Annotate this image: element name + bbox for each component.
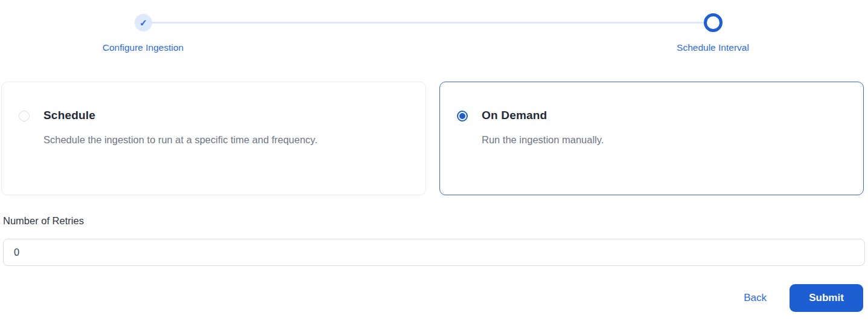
option-title-on-demand: On Demand (482, 109, 604, 122)
option-description-schedule: Schedule the ingestion to run at a speci… (43, 131, 318, 149)
option-title-schedule: Schedule (43, 109, 318, 122)
option-card-schedule[interactable]: Schedule Schedule the ingestion to run a… (1, 82, 426, 195)
radio-schedule[interactable] (19, 111, 30, 122)
number-of-retries-input[interactable] (3, 239, 865, 266)
option-description-on-demand: Run the ingestion manually. (482, 131, 604, 149)
radio-on-demand[interactable] (457, 111, 468, 122)
stepper-step-configure-ingestion[interactable]: Configure Ingestion (77, 42, 209, 53)
step-active-circle-icon[interactable] (704, 13, 723, 32)
number-of-retries-label: Number of Retries (3, 215, 84, 227)
check-icon: ✓ (139, 18, 147, 28)
stepper-step-schedule-interval[interactable]: Schedule Interval (646, 42, 779, 53)
step-completed-check-icon[interactable]: ✓ (135, 14, 152, 31)
option-card-on-demand[interactable]: On Demand Run the ingestion manually. (439, 82, 864, 195)
back-button[interactable]: Back (744, 292, 767, 304)
option-card-schedule-content: Schedule Schedule the ingestion to run a… (43, 109, 318, 195)
option-card-on-demand-content: On Demand Run the ingestion manually. (482, 109, 604, 195)
submit-button[interactable]: Submit (790, 284, 863, 312)
footer-actions: Back Submit (744, 284, 863, 312)
stepper-connector-line (152, 22, 704, 24)
schedule-options-group: Schedule Schedule the ingestion to run a… (1, 82, 864, 195)
